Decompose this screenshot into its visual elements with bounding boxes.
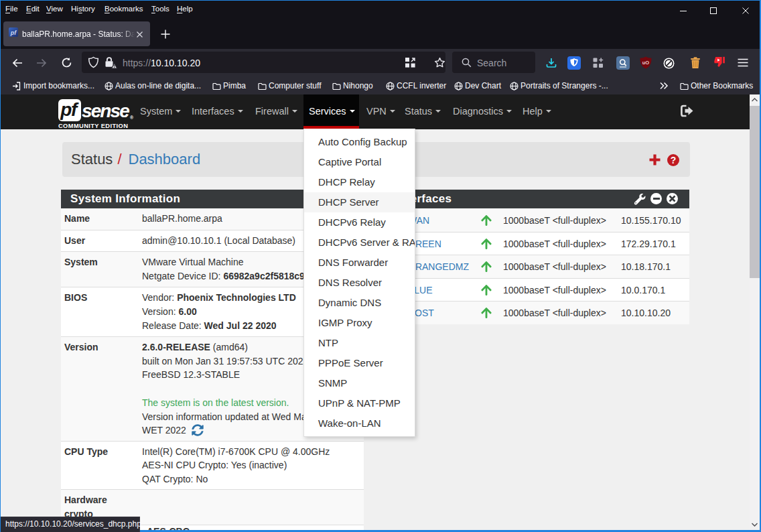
svg-text:pf: pf <box>10 29 17 36</box>
svg-text:uO: uO <box>642 60 650 66</box>
